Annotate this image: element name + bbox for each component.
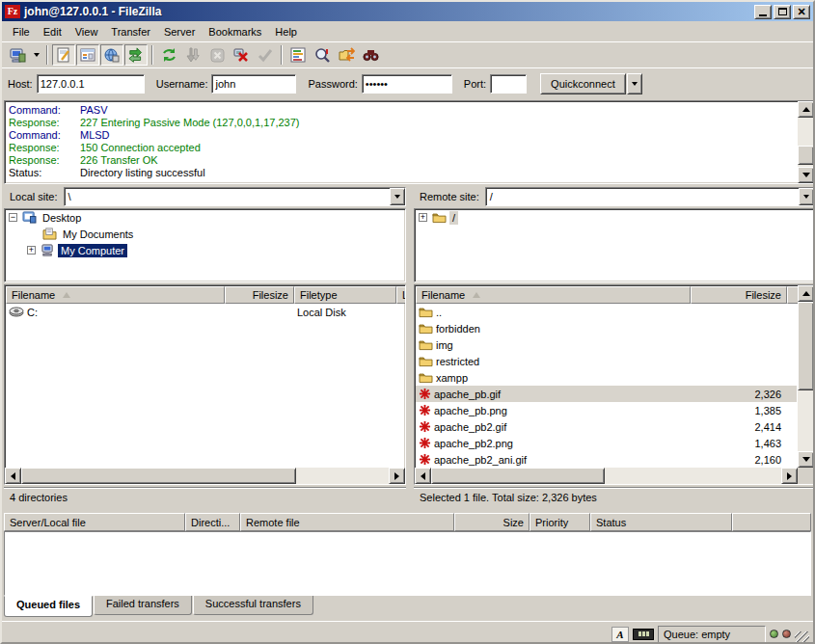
transfer-queue-toggle-button[interactable] (124, 44, 148, 66)
tree-item-desktop[interactable]: −Desktop (5, 209, 405, 226)
chevron-down-icon[interactable] (799, 188, 814, 205)
tree-item-my-computer[interactable]: +My Computer (5, 242, 405, 258)
queue-column-remote-file[interactable]: Remote file (240, 513, 454, 531)
local-column-lastmodified[interactable]: L (396, 286, 406, 304)
process-queue-button[interactable] (181, 44, 204, 66)
reconnect-icon (258, 47, 273, 63)
expand-icon[interactable]: + (27, 246, 36, 255)
filename-cell: apache_pb2.gif (416, 420, 691, 433)
disconnect-button[interactable] (230, 44, 253, 66)
table-row[interactable]: apache_pb.gif2,326 (416, 386, 797, 402)
remote-vertical-scrollbar[interactable] (798, 285, 814, 468)
tab-queued-files[interactable]: Queued files (4, 596, 93, 617)
local-scroll-thumb[interactable] (21, 468, 296, 484)
scroll-left-icon[interactable] (415, 468, 431, 484)
remote-scroll-thumb[interactable] (431, 468, 605, 484)
scroll-right-icon[interactable] (389, 468, 405, 484)
table-row[interactable]: apache_pb2_ani.gif2,160 (416, 451, 797, 467)
table-row[interactable]: .. (416, 304, 797, 320)
scroll-left-icon[interactable] (5, 468, 21, 484)
remote-column-filename[interactable]: Filename (416, 286, 691, 304)
filter-button[interactable] (286, 44, 310, 66)
host-input[interactable] (37, 74, 145, 94)
site-manager-button[interactable] (6, 44, 29, 66)
tab-successful-transfers[interactable]: Successful transfers (193, 596, 313, 615)
reconnect-button[interactable] (254, 44, 277, 66)
tree-item-my-documents[interactable]: My Documents (5, 226, 405, 242)
remote-site-combobox[interactable]: / (485, 187, 815, 206)
quickconnect-button[interactable]: Quickconnect (540, 73, 626, 94)
scroll-up-icon[interactable] (798, 101, 814, 118)
message-log-toggle-icon (56, 47, 71, 63)
password-input[interactable] (362, 74, 452, 94)
collapse-icon[interactable]: − (9, 213, 17, 222)
table-row[interactable]: apache_pb2.gif2,414 (416, 418, 797, 435)
local-tree-toggle-button[interactable] (76, 44, 99, 66)
table-row[interactable]: C:Local Disk (6, 304, 404, 320)
local-column-filetype[interactable]: Filetype (294, 286, 396, 304)
queue-column-server-local-file[interactable]: Server/Local file (4, 513, 185, 531)
log-line: Command:MLSD (9, 129, 794, 142)
local-horizontal-scrollbar[interactable] (5, 468, 405, 484)
remote-tree-toggle-button[interactable] (100, 44, 123, 66)
close-button[interactable]: ✕ (793, 5, 810, 19)
minimize-button[interactable] (754, 5, 772, 19)
queue-column-priority[interactable]: Priority (530, 513, 590, 531)
table-row[interactable]: forbidden (416, 320, 797, 336)
table-row[interactable]: apache_pb.png1,385 (416, 402, 797, 418)
table-row[interactable]: img (416, 336, 797, 353)
table-row[interactable]: xampp (416, 369, 797, 386)
table-row[interactable]: apache_pb2.png1,463 (416, 435, 797, 451)
menu-item-transfer[interactable]: Transfer (104, 23, 157, 40)
filename-text: forbidden (436, 323, 480, 335)
log-scroll-thumb[interactable] (798, 146, 814, 165)
remote-vscroll-thumb[interactable] (798, 302, 814, 390)
message-log-toggle-button[interactable] (52, 44, 75, 66)
local-status-text: 4 directories (4, 487, 406, 507)
local-column-filesize[interactable]: Filesize (225, 286, 294, 304)
username-input[interactable] (211, 74, 296, 94)
refresh-button[interactable] (157, 44, 180, 66)
tree-item--[interactable]: +/ (415, 209, 814, 226)
queue-body[interactable] (4, 531, 811, 596)
remote-horizontal-scrollbar[interactable] (415, 468, 798, 484)
queue-column-size[interactable]: Size (454, 513, 530, 531)
table-row[interactable]: restricted (416, 353, 797, 369)
scroll-right-icon[interactable] (781, 468, 798, 484)
scroll-down-icon[interactable] (798, 167, 814, 183)
menu-item-help[interactable]: Help (268, 23, 304, 40)
queue-column-status[interactable]: Status (590, 513, 732, 531)
title-bar[interactable]: Fz john@127.0.0.1 - FileZilla ✕ (2, 2, 813, 21)
expand-icon[interactable]: + (419, 213, 427, 222)
scroll-up-icon[interactable] (798, 285, 814, 302)
menu-item-file[interactable]: File (6, 23, 37, 40)
filename-cell: C: (6, 307, 225, 318)
queue-column-directi-[interactable]: Directi... (185, 513, 240, 531)
log-vertical-scrollbar[interactable] (798, 101, 814, 183)
log-line: Response:227 Entering Passive Mode (127,… (9, 117, 794, 129)
local-site-combobox[interactable]: \ (64, 187, 406, 206)
quickconnect-dropdown-icon[interactable] (627, 73, 642, 94)
tree-item-label: Desktop (40, 211, 84, 225)
cancel-operation-button[interactable] (205, 44, 229, 66)
filename-cell: img (416, 338, 691, 351)
find-files-button[interactable] (359, 44, 382, 66)
remote-status-text: Selected 1 file. Total size: 2,326 bytes (414, 487, 815, 507)
resize-grip[interactable] (795, 631, 809, 644)
local-tree: −DesktopMy Documents+My Computer (4, 208, 406, 282)
menu-item-edit[interactable]: Edit (37, 23, 68, 40)
menu-item-view[interactable]: View (68, 23, 105, 40)
scroll-down-icon[interactable] (798, 451, 814, 468)
compare-directories-button[interactable] (311, 44, 334, 66)
synchronized-browsing-button[interactable] (335, 44, 358, 66)
site-manager-dropdown-icon[interactable] (30, 44, 42, 66)
port-input[interactable] (490, 74, 527, 94)
chevron-down-icon[interactable] (390, 188, 405, 205)
synchronized-browsing-icon (339, 47, 355, 63)
menu-item-server[interactable]: Server (157, 23, 202, 40)
menu-item-bookmarks[interactable]: Bookmarks (202, 23, 268, 40)
maximize-button[interactable] (774, 5, 791, 19)
remote-column-filesize[interactable]: Filesize (691, 286, 787, 304)
local-column-filename[interactable]: Filename (6, 286, 225, 304)
tab-failed-transfers[interactable]: Failed transfers (94, 596, 192, 615)
